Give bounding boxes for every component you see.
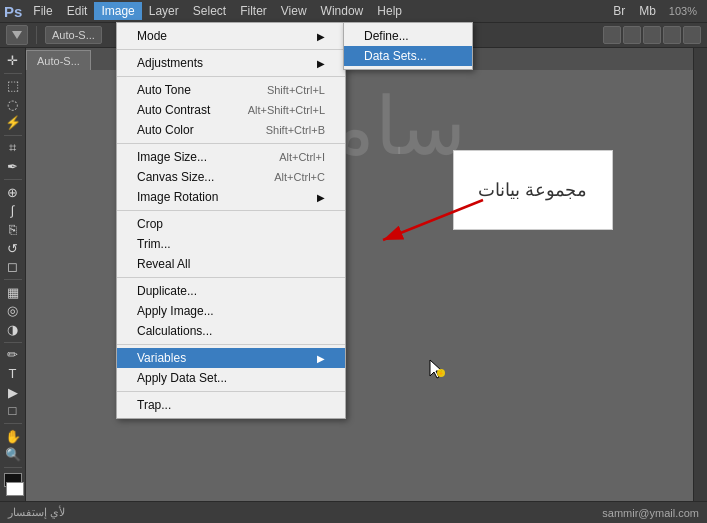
menu-mini-bridge[interactable]: Mb xyxy=(632,2,663,20)
menu-mode[interactable]: Mode ▶ xyxy=(117,26,345,46)
menu-file[interactable]: File xyxy=(26,2,59,20)
crop-tool[interactable]: ⌗ xyxy=(2,140,24,157)
background-color[interactable] xyxy=(6,482,24,496)
menu-select[interactable]: Select xyxy=(186,2,233,20)
menu-crop[interactable]: Crop xyxy=(117,214,345,234)
options-divider xyxy=(36,26,37,44)
menu-window[interactable]: Window xyxy=(314,2,371,20)
right-panel xyxy=(693,48,707,501)
main-layout: ✛ ⬚ ◌ ⚡ ⌗ ✒ ⊕ ∫ ⎘ ↺ ◻ ▦ ◎ ◑ ✏ T ▶ □ ✋ 🔍 … xyxy=(0,48,707,501)
shape-tool[interactable]: □ xyxy=(2,402,24,419)
sep-6 xyxy=(117,344,345,345)
menu-bridge[interactable]: Br xyxy=(606,2,632,20)
menu-reveal-all[interactable]: Reveal All xyxy=(117,254,345,274)
sep-4 xyxy=(117,210,345,211)
move-tool[interactable]: ✛ xyxy=(2,52,24,69)
menu-auto-color[interactable]: Auto Color Shift+Ctrl+B xyxy=(117,120,345,140)
bottom-left-text: لأي إستفسار xyxy=(8,506,65,519)
tool-divider-6 xyxy=(4,423,22,424)
bottom-bar: لأي إستفسار sammir@ymail.com xyxy=(0,501,707,523)
zoom-level: 103% xyxy=(669,5,697,17)
tool-divider-4 xyxy=(4,279,22,280)
menu-variables[interactable]: Variables ▶ xyxy=(117,348,345,368)
submenu-define[interactable]: Define... xyxy=(344,26,472,46)
menu-canvas-size[interactable]: Canvas Size... Alt+Ctrl+C xyxy=(117,167,345,187)
menu-adjustments[interactable]: Adjustments ▶ xyxy=(117,53,345,73)
sep-3 xyxy=(117,143,345,144)
pen-tool[interactable]: ✏ xyxy=(2,347,24,364)
menu-image-size[interactable]: Image Size... Alt+Ctrl+I xyxy=(117,147,345,167)
sep-5 xyxy=(117,277,345,278)
tool-divider-2 xyxy=(4,135,22,136)
clone-tool[interactable]: ⎘ xyxy=(2,221,24,238)
tool-divider-7 xyxy=(4,467,22,468)
menu-filter[interactable]: Filter xyxy=(233,2,274,20)
tool-divider-5 xyxy=(4,342,22,343)
menu-bar: Ps File Edit Image Layer Select Filter V… xyxy=(0,0,707,22)
menu-edit[interactable]: Edit xyxy=(60,2,95,20)
zoom-tool[interactable]: 🔍 xyxy=(2,446,24,463)
menu-duplicate[interactable]: Duplicate... xyxy=(117,281,345,301)
align-icon-2[interactable] xyxy=(623,26,641,44)
menu-auto-tone[interactable]: Auto Tone Shift+Ctrl+L xyxy=(117,80,345,100)
align-icon-1[interactable] xyxy=(603,26,621,44)
sep-7 xyxy=(117,391,345,392)
blur-tool[interactable]: ◎ xyxy=(2,303,24,320)
alignment-icons xyxy=(603,26,701,44)
menu-trap[interactable]: Trap... xyxy=(117,395,345,415)
brush-tool[interactable]: ∫ xyxy=(2,203,24,220)
red-arrow xyxy=(363,190,493,250)
burn-tool[interactable]: ◑ xyxy=(2,321,24,338)
canvas-card-text: مجموعة بيانات xyxy=(478,179,587,201)
align-icon-4[interactable] xyxy=(663,26,681,44)
menu-image[interactable]: Image xyxy=(94,2,141,20)
magic-wand-tool[interactable]: ⚡ xyxy=(2,115,24,132)
eraser-tool[interactable]: ◻ xyxy=(2,259,24,276)
text-tool[interactable]: T xyxy=(2,365,24,382)
lasso-tool[interactable]: ◌ xyxy=(2,96,24,113)
tool-options-icon[interactable] xyxy=(6,25,28,45)
menu-calculations[interactable]: Calculations... xyxy=(117,321,345,341)
eyedropper-tool[interactable]: ✒ xyxy=(2,159,24,176)
align-icon-5[interactable] xyxy=(683,26,701,44)
svg-line-2 xyxy=(383,200,483,240)
tool-divider-1 xyxy=(4,73,22,74)
menu-trim[interactable]: Trim... xyxy=(117,234,345,254)
left-toolbar: ✛ ⬚ ◌ ⚡ ⌗ ✒ ⊕ ∫ ⎘ ↺ ◻ ▦ ◎ ◑ ✏ T ▶ □ ✋ 🔍 xyxy=(0,48,26,501)
tool-divider-3 xyxy=(4,179,22,180)
svg-text:✦: ✦ xyxy=(438,370,444,377)
menu-apply-image[interactable]: Apply Image... xyxy=(117,301,345,321)
submenu-data-sets[interactable]: Data Sets... xyxy=(344,46,472,66)
spot-heal-tool[interactable]: ⊕ xyxy=(2,184,24,201)
history-tool[interactable]: ↺ xyxy=(2,240,24,257)
marquee-tool[interactable]: ⬚ xyxy=(2,77,24,94)
ps-logo: Ps xyxy=(4,3,22,20)
sep-1 xyxy=(117,49,345,50)
auto-select-label[interactable]: Auto-S... xyxy=(45,26,102,44)
svg-marker-0 xyxy=(12,31,22,39)
menu-help[interactable]: Help xyxy=(370,2,409,20)
sep-2 xyxy=(117,76,345,77)
path-select-tool[interactable]: ▶ xyxy=(2,384,24,401)
menu-image-rotation[interactable]: Image Rotation ▶ xyxy=(117,187,345,207)
variables-submenu: Define... Data Sets... xyxy=(343,22,473,70)
align-icon-3[interactable] xyxy=(643,26,661,44)
image-dropdown-menu: Mode ▶ Adjustments ▶ Auto Tone Shift+Ctr… xyxy=(116,22,346,419)
menu-auto-contrast[interactable]: Auto Contrast Alt+Shift+Ctrl+L xyxy=(117,100,345,120)
bottom-right-text: sammir@ymail.com xyxy=(602,507,699,519)
cursor: ✦ xyxy=(428,358,446,378)
menu-view[interactable]: View xyxy=(274,2,314,20)
gradient-tool[interactable]: ▦ xyxy=(2,284,24,301)
menu-apply-data-set[interactable]: Apply Data Set... xyxy=(117,368,345,388)
menu-layer[interactable]: Layer xyxy=(142,2,186,20)
canvas-tab[interactable]: Auto-S... xyxy=(26,50,91,70)
hand-tool[interactable]: ✋ xyxy=(2,428,24,445)
